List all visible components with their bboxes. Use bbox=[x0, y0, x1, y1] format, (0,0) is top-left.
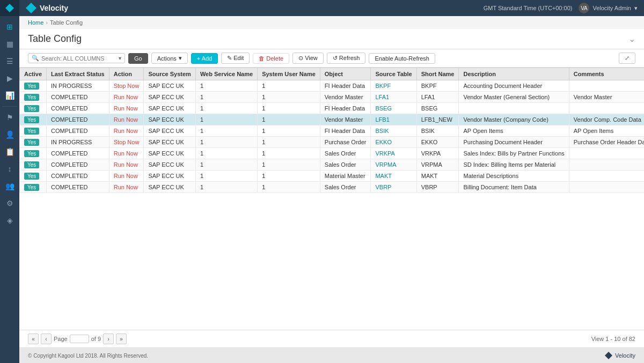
cell-action[interactable]: Stop Now bbox=[109, 80, 144, 92]
cell-shortname: VBRP bbox=[416, 182, 459, 193]
cell-srctable[interactable]: VRPMA bbox=[371, 159, 416, 171]
sidebar-item-group[interactable]: 👥 bbox=[0, 177, 19, 195]
pag-first[interactable]: « bbox=[28, 334, 39, 344]
svg-marker-0 bbox=[5, 4, 14, 12]
go-button[interactable]: Go bbox=[128, 53, 148, 64]
expand-button[interactable]: ⤢ bbox=[619, 53, 635, 64]
sidebar-logo bbox=[0, 0, 19, 16]
cell-shortname: BKPF bbox=[416, 80, 459, 92]
cell-object: Sales Order bbox=[320, 182, 371, 193]
cell-desc: Vendor Master (General Section) bbox=[459, 92, 569, 103]
add-button[interactable]: + Add bbox=[191, 53, 218, 64]
cell-source: SAP ECC UK bbox=[144, 125, 195, 137]
col-comments: Comments bbox=[569, 68, 644, 80]
cell-shortname: EKKO bbox=[416, 137, 459, 148]
table-row[interactable]: Yes COMPLETED Run Now SAP ECC UK 1 1 Mat… bbox=[20, 171, 645, 182]
user-dropdown-icon[interactable]: ▾ bbox=[634, 5, 638, 12]
actions-button[interactable]: Actions ▾ bbox=[151, 53, 188, 64]
cell-srctable[interactable]: LFB1 bbox=[371, 114, 416, 125]
actions-dropdown-icon: ▾ bbox=[179, 55, 182, 62]
refresh-button[interactable]: ↺ Refresh bbox=[327, 53, 366, 64]
cell-action[interactable]: Run Now bbox=[109, 125, 144, 137]
table-row[interactable]: Yes COMPLETED Run Now SAP ECC UK 1 1 FI … bbox=[20, 125, 645, 137]
sidebar-item-diamond[interactable]: ◈ bbox=[0, 212, 19, 229]
sidebar-item-user[interactable]: 👤 bbox=[0, 126, 19, 143]
topbar-title: Velocity bbox=[40, 4, 68, 12]
col-srctable: Source Table bbox=[371, 68, 416, 80]
cell-status: COMPLETED bbox=[47, 148, 109, 159]
sidebar-item-grid[interactable]: ▦ bbox=[0, 35, 19, 53]
sidebar-item-list[interactable]: 📋 bbox=[0, 143, 19, 160]
search-wrapper: 🔍 ▾ bbox=[28, 53, 125, 63]
table-row[interactable]: Yes IN PROGRESS Stop Now SAP ECC UK 1 1 … bbox=[20, 80, 645, 92]
cell-action[interactable]: Run Now bbox=[109, 92, 144, 103]
search-input[interactable] bbox=[41, 55, 116, 62]
cell-shortname: BSEG bbox=[416, 103, 459, 114]
pag-prev[interactable]: ‹ bbox=[41, 334, 52, 344]
sidebar-item-play[interactable]: ▶ bbox=[0, 70, 19, 87]
cell-comments bbox=[569, 182, 644, 193]
auto-refresh-button[interactable]: Enable Auto-Refresh bbox=[369, 53, 435, 64]
cell-source: SAP ECC UK bbox=[144, 137, 195, 148]
cell-websvc: 1 bbox=[195, 92, 257, 103]
cell-srctable[interactable]: BSEG bbox=[371, 103, 416, 114]
cell-action[interactable]: Run Now bbox=[109, 148, 144, 159]
cell-srctable[interactable]: BSIK bbox=[371, 125, 416, 137]
cell-action[interactable]: Run Now bbox=[109, 171, 144, 182]
cell-source: SAP ECC UK bbox=[144, 182, 195, 193]
breadcrumb-current: Table Config bbox=[50, 19, 83, 26]
cell-action[interactable]: Run Now bbox=[109, 182, 144, 193]
cell-source: SAP ECC UK bbox=[144, 92, 195, 103]
table-row[interactable]: Yes COMPLETED Run Now SAP ECC UK 1 1 FI … bbox=[20, 103, 645, 114]
cell-action[interactable]: Run Now bbox=[109, 114, 144, 125]
table-row[interactable]: Yes IN PROGRESS Stop Now SAP ECC UK 1 1 … bbox=[20, 137, 645, 148]
col-sysuser: System User Name bbox=[258, 68, 320, 80]
view-button[interactable]: ⊙ View bbox=[292, 53, 324, 64]
cell-shortname: VRKPA bbox=[416, 148, 459, 159]
cell-srctable[interactable]: EKKO bbox=[371, 137, 416, 148]
cell-sysuser: 1 bbox=[258, 171, 320, 182]
pag-next[interactable]: › bbox=[103, 334, 114, 344]
table-row[interactable]: Yes COMPLETED Run Now SAP ECC UK 1 1 Sal… bbox=[20, 182, 645, 193]
sidebar-item-chart[interactable]: 📊 bbox=[0, 87, 19, 104]
cell-srctable[interactable]: MAKT bbox=[371, 171, 416, 182]
main-table: Active Last Extract Status Action Source… bbox=[19, 68, 644, 193]
cell-desc: Billing Document: Item Data bbox=[459, 182, 569, 193]
cell-comments: Vendor Comp. Code Data bbox=[569, 114, 644, 125]
sidebar-item-menu[interactable]: ☰ bbox=[0, 53, 19, 70]
cell-srctable[interactable]: VRKPA bbox=[371, 148, 416, 159]
search-dropdown-btn[interactable]: ▾ bbox=[119, 55, 121, 61]
sidebar-item-flag[interactable]: ⚑ bbox=[0, 109, 19, 126]
timezone-label: GMT Standard Time (UTC+00:00) bbox=[484, 5, 573, 11]
cell-active: Yes bbox=[20, 103, 47, 114]
cell-action[interactable]: Run Now bbox=[109, 103, 144, 114]
pag-page-input[interactable]: 1 bbox=[70, 335, 89, 343]
table-row[interactable]: Yes COMPLETED Run Now SAP ECC UK 1 1 Sal… bbox=[20, 159, 645, 171]
cell-srctable[interactable]: BKPF bbox=[371, 80, 416, 92]
cell-srctable[interactable]: LFA1 bbox=[371, 92, 416, 103]
actions-label: Actions bbox=[157, 55, 177, 62]
edit-button[interactable]: ✎ Edit bbox=[221, 53, 250, 64]
cell-status: IN PROGRESS bbox=[47, 80, 109, 92]
collapse-icon[interactable]: ⌄ bbox=[628, 34, 635, 44]
cell-srctable[interactable]: VBRP bbox=[371, 182, 416, 193]
sidebar-item-settings[interactable]: ⚙ bbox=[0, 195, 19, 212]
cell-object: FI Header Data bbox=[320, 80, 371, 92]
table-row[interactable]: Yes COMPLETED Run Now SAP ECC UK 1 1 Ven… bbox=[20, 114, 645, 125]
cell-object: Sales Order bbox=[320, 148, 371, 159]
table-row[interactable]: Yes COMPLETED Run Now SAP ECC UK 1 1 Sal… bbox=[20, 148, 645, 159]
delete-button[interactable]: 🗑 Delete bbox=[253, 53, 289, 64]
cell-object: FI Header Data bbox=[320, 103, 371, 114]
sidebar-item-home[interactable]: ⊞ bbox=[0, 18, 19, 35]
cell-action[interactable]: Run Now bbox=[109, 159, 144, 171]
cell-source: SAP ECC UK bbox=[144, 148, 195, 159]
table-row[interactable]: Yes COMPLETED Run Now SAP ECC UK 1 1 Ven… bbox=[20, 92, 645, 103]
breadcrumb-home[interactable]: Home bbox=[28, 19, 43, 26]
search-icon: 🔍 bbox=[32, 55, 39, 62]
pag-last[interactable]: » bbox=[116, 334, 127, 344]
main-content: Velocity GMT Standard Time (UTC+00:00) V… bbox=[19, 0, 644, 363]
table-container[interactable]: Active Last Extract Status Action Source… bbox=[19, 68, 644, 330]
cell-action[interactable]: Stop Now bbox=[109, 137, 144, 148]
user-menu[interactable]: VA Velocity Admin ▾ bbox=[579, 3, 638, 13]
sidebar-item-transfer[interactable]: ↕ bbox=[0, 160, 19, 177]
